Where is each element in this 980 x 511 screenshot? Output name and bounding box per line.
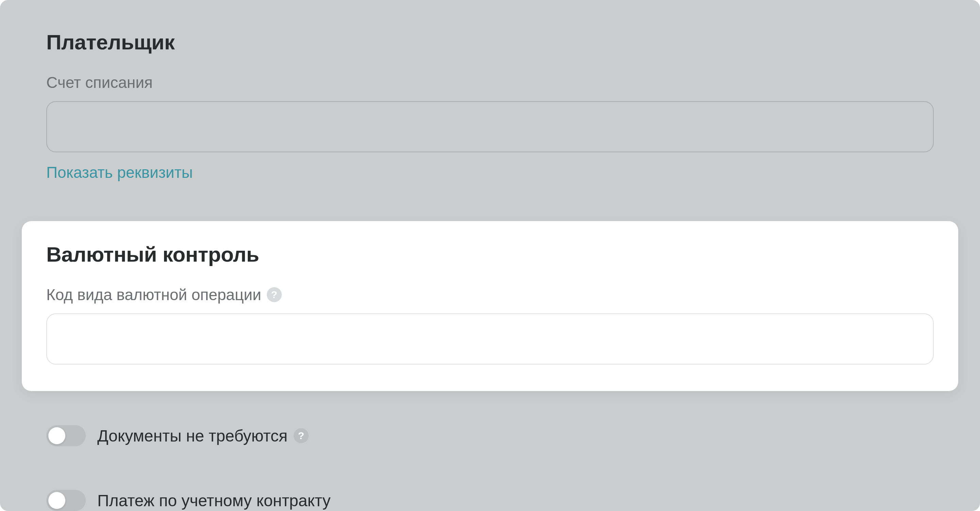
currency-code-input[interactable] <box>46 313 934 364</box>
accounting-contract-label: Платеж по учетному контракту <box>97 491 331 510</box>
show-details-link[interactable]: Показать реквизиты <box>46 163 193 182</box>
help-icon[interactable]: ? <box>294 428 309 443</box>
payer-heading: Плательщик <box>0 0 980 54</box>
toggle-knob <box>48 492 65 509</box>
accounting-contract-toggle[interactable] <box>46 490 86 511</box>
currency-code-field: Код вида валютной операции ? <box>22 267 958 364</box>
toggle-knob <box>48 427 65 444</box>
debit-account-label: Счет списания <box>46 73 934 92</box>
no-docs-label-row: Документы не требуются ? <box>97 426 309 445</box>
help-icon[interactable]: ? <box>267 287 282 302</box>
debit-account-field: Счет списания Показать реквизиты <box>0 54 980 182</box>
no-docs-toggle-row: Документы не требуются ? <box>0 425 980 446</box>
currency-control-heading: Валютный контроль <box>22 221 958 267</box>
form-container: Плательщик Счет списания Показать реквиз… <box>0 0 980 511</box>
no-docs-toggle[interactable] <box>46 425 86 446</box>
accounting-contract-toggle-row: Платеж по учетному контракту <box>0 490 980 511</box>
no-docs-label: Документы не требуются <box>97 426 288 445</box>
debit-account-input[interactable] <box>46 101 934 152</box>
toggles-area: Документы не требуются ? Платеж по учетн… <box>0 391 980 511</box>
currency-control-section: Валютный контроль Код вида валютной опер… <box>22 221 958 391</box>
currency-code-label-row: Код вида валютной операции ? <box>46 286 934 304</box>
currency-code-label: Код вида валютной операции <box>46 286 261 304</box>
accounting-contract-label-row: Платеж по учетному контракту <box>97 491 331 510</box>
